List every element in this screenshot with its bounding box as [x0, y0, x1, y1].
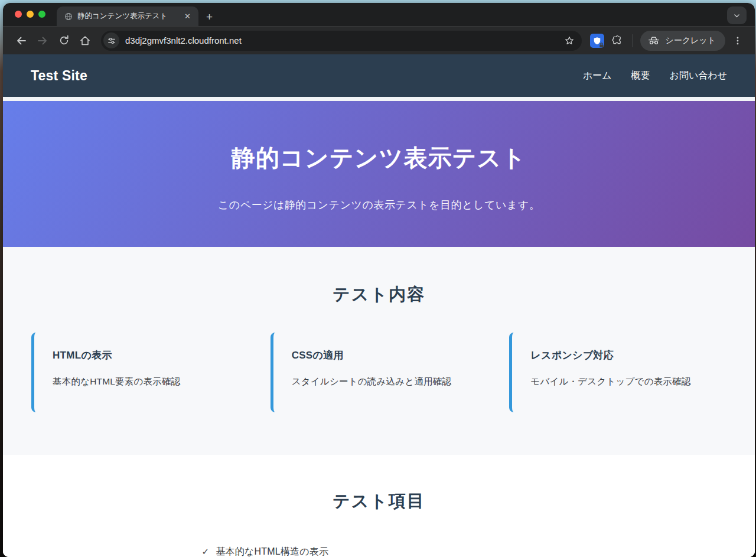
address-bar[interactable]: d3dj2gmvf3nlt2.cloudfront.net	[101, 31, 582, 51]
card-title: レスポンシブ対応	[530, 348, 716, 362]
card-description: スタイルシートの読み込みと適用確認	[292, 376, 477, 388]
new-tab-button[interactable]: +	[206, 11, 213, 22]
tune-icon	[107, 37, 116, 45]
tab-strip: 静的コンテンツ表示テスト ✕ +	[3, 3, 755, 26]
browser-menu-button[interactable]	[729, 32, 747, 50]
bookmark-star-button[interactable]	[562, 33, 577, 48]
forward-button[interactable]	[34, 32, 51, 50]
nav-link-home[interactable]: ホーム	[583, 70, 612, 82]
browser-window: 静的コンテンツ表示テスト ✕ + d3dj2gmvf3nlt2.cloudfro…	[3, 3, 755, 557]
close-window-button[interactable]	[15, 11, 22, 18]
page-gap-strip	[3, 97, 755, 101]
close-tab-icon[interactable]: ✕	[183, 12, 193, 21]
star-icon	[564, 35, 575, 46]
card-description: モバイル・デスクトップでの表示確認	[530, 376, 716, 388]
tab-search-button[interactable]	[727, 6, 747, 24]
chevron-down-icon	[733, 12, 741, 19]
site-settings-chip[interactable]	[103, 32, 119, 48]
test-content-section: テスト内容 HTMLの表示 基本的なHTML要素の表示確認 CSSの適用 スタイ…	[3, 247, 755, 455]
browser-toolbar: d3dj2gmvf3nlt2.cloudfront.net シークレット	[3, 26, 755, 54]
test-items-section: テスト項目 ✓ 基本的なHTML構造の表示	[3, 455, 755, 557]
incognito-badge[interactable]: シークレット	[640, 31, 725, 51]
nav-link-contact[interactable]: お問い合わせ	[670, 70, 728, 82]
password-manager-extension-icon[interactable]	[590, 34, 604, 48]
web-page: Test Site ホーム 概要 お問い合わせ 静的コンテンツ表示テスト このペ…	[3, 54, 755, 557]
site-nav-links: ホーム 概要 お問い合わせ	[583, 70, 727, 82]
hero-section: 静的コンテンツ表示テスト このページは静的コンテンツの表示テストを目的としていま…	[3, 101, 755, 247]
hero-title: 静的コンテンツ表示テスト	[15, 142, 743, 174]
card-css-apply: CSSの適用 スタイルシートの読み込みと適用確認	[271, 333, 488, 412]
card-title: HTMLの表示	[53, 348, 238, 362]
tab-title: 静的コンテンツ表示テスト	[77, 11, 178, 21]
reload-button[interactable]	[55, 32, 73, 50]
url-text[interactable]: d3dj2gmvf3nlt2.cloudfront.net	[125, 35, 556, 45]
extensions-puzzle-button[interactable]	[608, 32, 625, 50]
incognito-label: シークレット	[665, 35, 716, 46]
macos-window-controls	[15, 11, 45, 18]
card-description: 基本的なHTML要素の表示確認	[53, 376, 238, 388]
card-responsive: レスポンシブ対応 モバイル・デスクトップでの表示確認	[509, 333, 726, 412]
toolbar-divider	[633, 34, 633, 47]
browser-tab[interactable]: 静的コンテンツ表示テスト ✕	[57, 6, 198, 26]
globe-icon	[64, 12, 73, 21]
list-item: ✓ 基本的なHTML構造の表示	[202, 546, 556, 557]
fullscreen-window-button[interactable]	[38, 11, 45, 18]
three-dot-menu-icon	[733, 36, 742, 45]
home-button[interactable]	[76, 32, 94, 50]
list-item-label: 基本的なHTML構造の表示	[216, 546, 328, 557]
hero-subtitle: このページは静的コンテンツの表示テストを目的としています。	[15, 198, 743, 212]
back-button[interactable]	[12, 32, 30, 50]
puzzle-icon	[611, 35, 623, 46]
card-grid: HTMLの表示 基本的なHTML要素の表示確認 CSSの適用 スタイルシートの読…	[3, 333, 755, 412]
site-navbar: Test Site ホーム 概要 お問い合わせ	[3, 54, 755, 97]
card-title: CSSの適用	[292, 348, 477, 362]
check-icon: ✓	[202, 546, 210, 557]
nav-link-about[interactable]: 概要	[631, 70, 650, 82]
test-items-heading: テスト項目	[3, 490, 755, 513]
card-html-display: HTMLの表示 基本的なHTML要素の表示確認	[31, 333, 249, 412]
checklist: ✓ 基本的なHTML構造の表示	[202, 546, 556, 557]
lock-icon	[599, 43, 604, 48]
incognito-icon	[648, 37, 660, 45]
minimize-window-button[interactable]	[27, 11, 34, 18]
site-brand[interactable]: Test Site	[31, 68, 87, 84]
test-content-heading: テスト内容	[3, 283, 755, 307]
